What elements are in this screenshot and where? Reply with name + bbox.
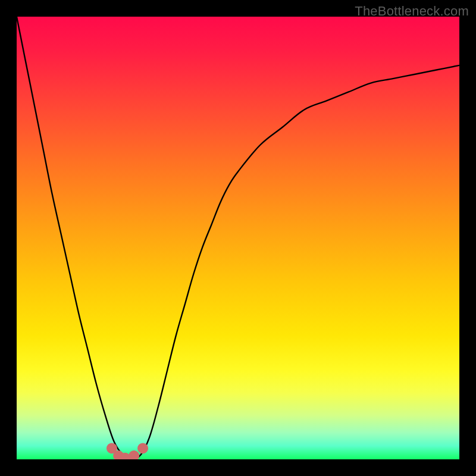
watermark-text: TheBottleneck.com [355, 4, 469, 19]
chart-frame: TheBottleneck.com [0, 0, 476, 476]
bottom-markers [107, 443, 148, 459]
marker-dot [129, 450, 139, 459]
marker-dot [137, 443, 148, 453]
plot-area [17, 17, 459, 459]
marker-layer [17, 17, 459, 459]
